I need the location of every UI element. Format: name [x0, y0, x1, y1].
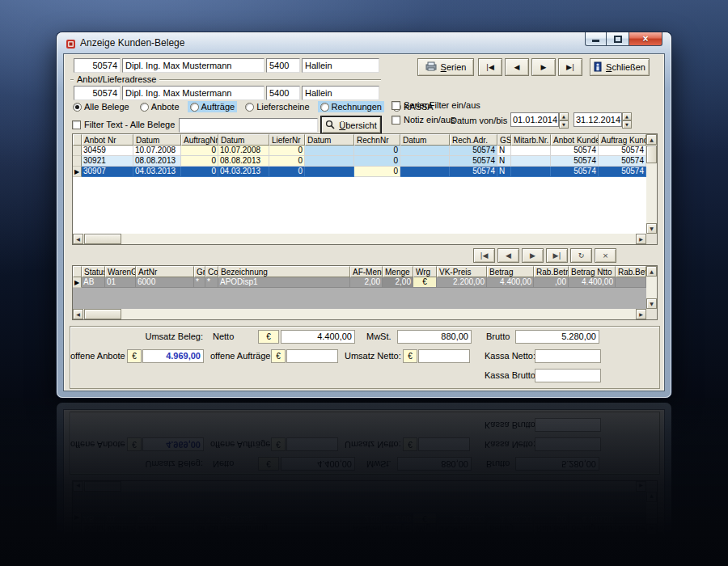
- documents-grid-hscrollbar[interactable]: ◀ ▶: [73, 234, 646, 244]
- main-grid-cell[interactable]: 0: [354, 146, 400, 156]
- main-grid-cell[interactable]: [511, 167, 551, 177]
- detail-grid-col-2[interactable]: ArtNr: [136, 266, 194, 277]
- first-record-button[interactable]: |◀: [478, 58, 502, 76]
- scroll-left-icon[interactable]: ◀: [73, 234, 83, 244]
- customer-city-field[interactable]: Hallein: [302, 58, 379, 73]
- recnav-last-button[interactable]: ▶|: [546, 248, 568, 263]
- main-grid-cell[interactable]: 50574: [551, 167, 599, 177]
- doctype-radio-1[interactable]: Anbote: [138, 101, 182, 112]
- doctype-radio-2[interactable]: Aufträge: [188, 101, 238, 112]
- detail-grid-cell[interactable]: 6000: [136, 277, 194, 288]
- main-grid-cell[interactable]: 50574: [450, 167, 497, 177]
- main-grid-cell[interactable]: 50574: [551, 146, 599, 156]
- next-record-button[interactable]: ▶: [531, 58, 556, 76]
- spin-up-icon[interactable]: ▲: [622, 112, 632, 120]
- detail-grid-col-10[interactable]: Betrag: [487, 266, 534, 277]
- delivery-name-field[interactable]: Dipl. Ing. Max Mustermann: [122, 86, 265, 100]
- scroll-down-icon[interactable]: ▼: [646, 223, 657, 234]
- main-grid-cell[interactable]: N: [497, 167, 511, 177]
- main-grid-row-1[interactable]: 3092108.08.2013008.08.20130050574N505745…: [73, 156, 657, 167]
- doctype-radio-0[interactable]: Alle Belege: [70, 101, 132, 112]
- main-grid-cell[interactable]: 0: [181, 156, 218, 167]
- main-grid-cell[interactable]: 08.08.2013: [133, 156, 181, 167]
- main-grid-cell[interactable]: 08.08.2013: [218, 156, 269, 167]
- serienfilter-checkbox[interactable]: SerienFilter ein/aus: [392, 100, 480, 110]
- date-from-value[interactable]: 01.01.2014: [510, 112, 559, 127]
- main-grid-cell[interactable]: 30907: [82, 167, 133, 177]
- main-grid-col-12[interactable]: Auftrag Kunde: [599, 134, 646, 146]
- main-grid-col-10[interactable]: Mitarb.Nr.: [511, 134, 551, 146]
- documents-grid-vscrollbar[interactable]: ▲ ▼: [646, 134, 657, 234]
- uebersicht-button[interactable]: Übersicht: [321, 116, 381, 133]
- detail-grid-cell[interactable]: 2,00: [383, 277, 413, 288]
- detail-grid-col-0[interactable]: Status: [82, 266, 105, 277]
- detail-grid-cell[interactable]: 4.400,00: [487, 277, 534, 288]
- date-to-field[interactable]: 31.12.2014 ▲▼: [574, 112, 632, 127]
- spin-up-icon[interactable]: ▲: [559, 112, 569, 120]
- detail-grid-cell[interactable]: [616, 277, 646, 288]
- notiz-checkbox[interactable]: Notiz ein/aus: [392, 115, 455, 125]
- positions-grid-hscrollbar[interactable]: ◀ ▶: [73, 309, 646, 319]
- main-grid-col-2[interactable]: AuftragNr: [181, 134, 218, 146]
- main-grid-cell[interactable]: 04.03.2013: [218, 167, 269, 177]
- main-grid-cell[interactable]: 50574: [599, 156, 646, 167]
- main-grid-cell[interactable]: 0: [269, 167, 305, 177]
- detail-grid-cell[interactable]: *: [194, 277, 205, 288]
- main-grid-cell[interactable]: 0: [354, 156, 400, 167]
- main-grid-cell[interactable]: 50574: [599, 167, 646, 177]
- detail-grid-cell[interactable]: ,00: [534, 277, 569, 288]
- serien-button[interactable]: Serien: [417, 58, 474, 76]
- vscroll-thumb[interactable]: [646, 146, 657, 163]
- recnav-first-button[interactable]: |◀: [473, 248, 495, 263]
- positions-grid-vscrollbar[interactable]: ▲ ▼: [646, 266, 657, 309]
- detail-grid-col-7[interactable]: Menge: [383, 266, 413, 277]
- main-grid-col-1[interactable]: Datum: [133, 134, 181, 146]
- scroll-down-icon[interactable]: ▼: [646, 298, 657, 309]
- detail-grid-cell[interactable]: 2,00: [350, 277, 383, 288]
- delivery-city-field[interactable]: Hallein: [302, 86, 379, 100]
- detail-grid-col-8[interactable]: Wrg: [413, 266, 437, 277]
- spin-down-icon[interactable]: ▼: [559, 120, 569, 129]
- main-grid-col-3[interactable]: Datum: [218, 134, 269, 146]
- main-grid-cell[interactable]: [305, 167, 354, 177]
- doctype-radio-3[interactable]: Lieferscheine: [243, 101, 311, 112]
- main-grid-col-8[interactable]: Rech.Adr.: [450, 134, 497, 146]
- detail-grid-col-1[interactable]: WarenGrp: [105, 266, 136, 277]
- detail-grid-cell[interactable]: €: [413, 277, 437, 288]
- detail-grid-col-13[interactable]: Rab.Bet: [616, 266, 646, 277]
- detail-grid-cell[interactable]: 2.200,00: [437, 277, 487, 288]
- main-grid-cell[interactable]: [400, 167, 450, 177]
- main-grid-col-4[interactable]: LieferNr: [269, 134, 305, 146]
- delivery-zip-field[interactable]: 5400: [266, 86, 300, 100]
- scroll-right-icon[interactable]: ▶: [636, 309, 646, 319]
- main-grid-cell[interactable]: N: [497, 156, 511, 167]
- hscroll-thumb[interactable]: [84, 234, 121, 244]
- maximize-button[interactable]: [607, 32, 629, 46]
- schliessen-button[interactable]: Schließen: [590, 58, 650, 76]
- prior-record-button[interactable]: ◀: [505, 58, 529, 76]
- delivery-number-field[interactable]: 50574: [74, 86, 121, 100]
- main-grid-cell[interactable]: 04.03.2013: [133, 167, 181, 177]
- detail-grid-col-6[interactable]: AF-Menge: [350, 266, 383, 277]
- detail-grid-cell[interactable]: AB: [82, 277, 105, 288]
- detail-grid-cell[interactable]: *: [205, 277, 218, 288]
- scroll-up-icon[interactable]: ▲: [646, 266, 657, 277]
- customer-number-field[interactable]: 50574: [74, 58, 121, 73]
- last-record-button[interactable]: ▶|: [558, 58, 582, 76]
- main-grid-cell[interactable]: 0: [181, 167, 218, 177]
- main-grid-cell[interactable]: 0: [354, 167, 400, 177]
- detail-grid-cell[interactable]: APODisp1: [218, 277, 350, 288]
- detail-grid-col-5[interactable]: Bezeichnung: [218, 266, 350, 277]
- main-grid-col-11[interactable]: Anbot Kunde: [551, 134, 599, 146]
- spin-down-icon[interactable]: ▼: [622, 120, 632, 129]
- customer-name-field[interactable]: Dipl. Ing. Max Mustermann: [122, 58, 265, 73]
- main-grid-cell[interactable]: 10.07.2008: [218, 146, 269, 156]
- detail-grid-col-11[interactable]: Rab.Betr.: [534, 266, 569, 277]
- main-grid-col-9[interactable]: GS: [497, 134, 511, 146]
- main-grid-cell[interactable]: 0: [181, 146, 218, 156]
- main-grid-cell[interactable]: 30921: [82, 156, 133, 167]
- titlebar[interactable]: Anzeige Kunden-Belege ×: [57, 32, 671, 53]
- main-grid-cell[interactable]: [511, 156, 551, 167]
- filter-text-input[interactable]: [179, 118, 318, 133]
- main-grid-cell[interactable]: 0: [269, 146, 305, 156]
